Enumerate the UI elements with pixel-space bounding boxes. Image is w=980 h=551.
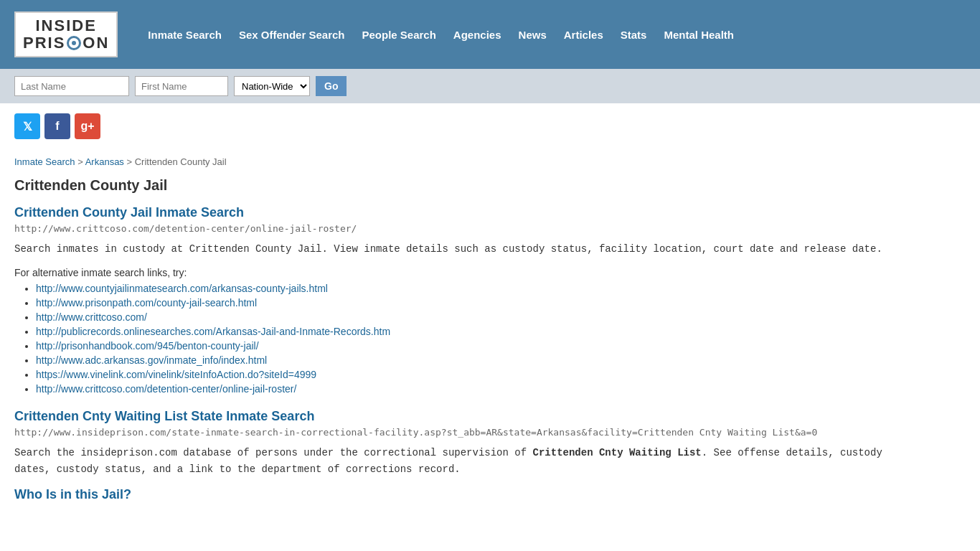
- section1-heading-link[interactable]: Crittenden County Jail Inmate Search: [14, 205, 244, 220]
- logo-pris-text: PRIS: [23, 34, 65, 52]
- nav-agencies[interactable]: Agencies: [445, 26, 510, 44]
- nav-mental-health[interactable]: Mental Health: [655, 26, 743, 44]
- section2-description: Search the insideprison.com database of …: [14, 445, 918, 477]
- nav-articles[interactable]: Articles: [555, 26, 612, 44]
- facebook-icon: f: [55, 120, 59, 133]
- section2-desc-prefix: Search the insideprison.com database of …: [14, 447, 533, 458]
- breadcrumb-arkansas[interactable]: Arkansas: [85, 156, 124, 167]
- alt-links-intro: For alternative inmate search links, try…: [14, 267, 918, 278]
- alt-link-8[interactable]: http://www.crittcoso.com/detention-cente…: [36, 383, 296, 395]
- breadcrumb-sep1: >: [77, 156, 85, 167]
- list-item: http://www.adc.arkansas.gov/inmate_info/…: [36, 354, 918, 366]
- google-plus-button[interactable]: g+: [75, 113, 100, 139]
- main-nav: Inmate Search Sex Offender Search People…: [139, 26, 743, 44]
- go-button[interactable]: Go: [316, 76, 347, 96]
- alt-link-2[interactable]: http://www.prisonpath.com/county-jail-se…: [36, 297, 257, 309]
- section2-heading: Crittenden Cnty Waiting List State Inmat…: [14, 409, 918, 424]
- logo-inside-text: INSIDE: [23, 17, 109, 34]
- section1-heading: Crittenden County Jail Inmate Search: [14, 205, 918, 220]
- breadcrumb-current: Crittenden County Jail: [135, 156, 227, 167]
- alt-link-3[interactable]: http://www.crittcoso.com/: [36, 311, 147, 323]
- nav-news[interactable]: News: [510, 26, 555, 44]
- search-bar: Nation-Wide Alabama Alaska Arizona Arkan…: [0, 69, 980, 103]
- section2-url: http://www.insideprison.com/state-inmate…: [14, 427, 918, 438]
- breadcrumb: Inmate Search > Arkansas > Crittenden Co…: [14, 156, 918, 167]
- list-item: https://www.vinelink.com/vinelink/siteIn…: [36, 369, 918, 380]
- nav-stats[interactable]: Stats: [612, 26, 656, 44]
- twitter-icon: 𝕏: [23, 120, 32, 133]
- site-header: INSIDE PRIS ON Inmate Search Sex Offende…: [0, 0, 980, 69]
- site-logo[interactable]: INSIDE PRIS ON: [14, 11, 118, 57]
- social-bar: 𝕏 f g+: [0, 103, 980, 149]
- google-plus-icon: g+: [80, 120, 94, 133]
- nation-select[interactable]: Nation-Wide Alabama Alaska Arizona Arkan…: [234, 76, 310, 96]
- section1-description: Search inmates in custody at Crittenden …: [14, 241, 918, 257]
- list-item: http://www.prisonpath.com/county-jail-se…: [36, 297, 918, 309]
- nav-inmate-search[interactable]: Inmate Search: [139, 26, 230, 44]
- logo-prison-text: PRIS ON: [23, 34, 109, 52]
- alt-links-list: http://www.countyjailinmatesearch.com/ar…: [36, 283, 918, 395]
- alt-link-6[interactable]: http://www.adc.arkansas.gov/inmate_info/…: [36, 354, 267, 366]
- alt-link-4[interactable]: http://publicrecords.onlinesearches.com/…: [36, 326, 390, 337]
- list-item: http://www.crittcoso.com/detention-cente…: [36, 383, 918, 395]
- alt-link-1[interactable]: http://www.countyjailinmatesearch.com/ar…: [36, 283, 328, 294]
- breadcrumb-inmate-search[interactable]: Inmate Search: [14, 156, 75, 167]
- breadcrumb-sep2: >: [127, 156, 135, 167]
- list-item: http://prisonhandbook.com/945/benton-cou…: [36, 340, 918, 352]
- alt-link-7[interactable]: https://www.vinelink.com/vinelink/siteIn…: [36, 369, 316, 380]
- section1-url: http://www.crittcoso.com/detention-cente…: [14, 223, 918, 234]
- section3-heading: Who Is in this Jail?: [14, 487, 918, 502]
- list-item: http://publicrecords.onlinesearches.com/…: [36, 326, 918, 337]
- logo-on-text: ON: [83, 34, 109, 52]
- main-content: Inmate Search > Arkansas > Crittenden Co…: [0, 149, 933, 534]
- alt-link-5[interactable]: http://prisonhandbook.com/945/benton-cou…: [36, 340, 259, 352]
- nav-people-search[interactable]: People Search: [353, 26, 444, 44]
- twitter-button[interactable]: 𝕏: [14, 113, 40, 139]
- first-name-input[interactable]: [135, 76, 228, 96]
- last-name-input[interactable]: [14, 76, 129, 96]
- section3-heading-link[interactable]: Who Is in this Jail?: [14, 487, 131, 501]
- list-item: http://www.crittcoso.com/: [36, 311, 918, 323]
- page-title: Crittenden County Jail: [14, 177, 918, 194]
- facebook-button[interactable]: f: [44, 113, 70, 139]
- section2-desc-bold: Crittenden Cnty Waiting List: [533, 447, 702, 458]
- logo-circle-icon: [67, 36, 81, 50]
- list-item: http://www.countyjailinmatesearch.com/ar…: [36, 283, 918, 294]
- nav-sex-offender-search[interactable]: Sex Offender Search: [230, 26, 354, 44]
- section2-heading-link[interactable]: Crittenden Cnty Waiting List State Inmat…: [14, 409, 314, 423]
